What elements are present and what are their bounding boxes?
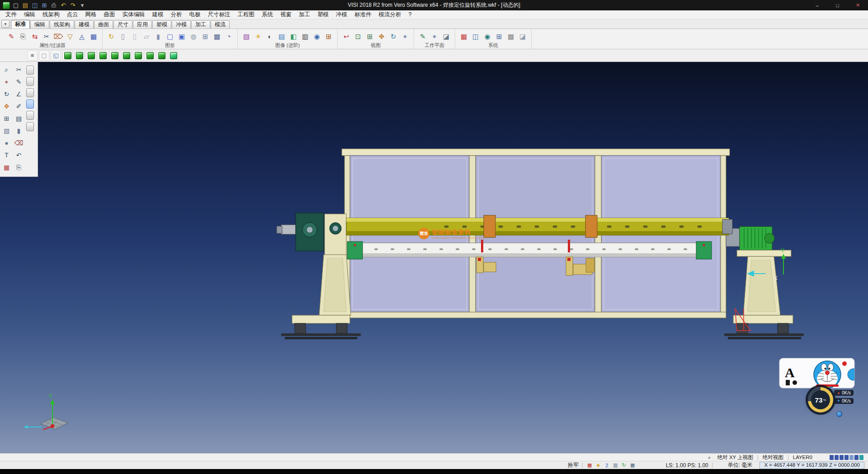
blank-view-icon[interactable]: ▢: [39, 50, 49, 61]
menu-window[interactable]: 视窗: [277, 10, 295, 19]
menu-wireframe[interactable]: 线架构: [39, 10, 63, 19]
sync-icon[interactable]: ↻: [621, 462, 627, 469]
shaded-box-icon[interactable]: ▣: [176, 31, 187, 42]
dynamic-hiding-icon[interactable]: ◔: [223, 31, 234, 42]
axonometric-view-cube[interactable]: [62, 50, 73, 61]
zoom-select-icon[interactable]: ⌕: [1, 64, 12, 75]
back-view-cube[interactable]: [133, 50, 143, 61]
progress-ring[interactable]: 73%: [808, 387, 833, 412]
network-status-dot[interactable]: [836, 411, 842, 417]
grid-toggle-icon[interactable]: ▦: [629, 462, 636, 469]
dashed-hidden-cylinder-icon[interactable]: ▱: [141, 31, 152, 42]
menu-surface[interactable]: 曲面: [100, 10, 119, 19]
notes-icon[interactable]: ▤: [13, 113, 24, 124]
tab-list-dropdown-icon[interactable]: ▾: [1, 20, 9, 28]
move-icon[interactable]: ✥: [1, 100, 12, 112]
menu-electrode[interactable]: 电极: [186, 10, 204, 19]
perspective-grid-icon[interactable]: ◪: [517, 31, 528, 42]
image-gallery-icon[interactable]: ⊞: [323, 31, 334, 42]
tab-die[interactable]: 冲模: [172, 20, 191, 28]
iso-right-view-cube[interactable]: [156, 50, 167, 61]
undo-icon[interactable]: ↶: [59, 1, 68, 9]
menu-solid-edit[interactable]: 实体编辑: [119, 10, 149, 19]
display-toggle-6[interactable]: [26, 122, 34, 131]
tab-mold[interactable]: 塑模: [152, 20, 171, 28]
rotate-view-icon[interactable]: ↻: [388, 31, 399, 42]
menu-die[interactable]: 冲模: [332, 10, 351, 19]
taskbar-strip[interactable]: [0, 469, 868, 474]
tab-edit[interactable]: 编辑: [30, 20, 49, 28]
redo-icon[interactable]: ↷: [68, 1, 77, 9]
open-file-icon[interactable]: ▤: [21, 1, 30, 9]
text-icon[interactable]: T: [1, 149, 12, 161]
zoom-window-icon[interactable]: ⊞: [364, 31, 375, 42]
hidden-line-cylinder-icon[interactable]: ▯: [129, 31, 140, 42]
zoom-previous-icon[interactable]: ↩: [341, 31, 352, 42]
menu-analysis[interactable]: 分析: [167, 10, 186, 19]
background-icon[interactable]: ▤: [276, 31, 287, 42]
globe-settings-icon[interactable]: ◉: [482, 31, 493, 42]
cylinder-solid-icon[interactable]: ▮: [13, 125, 24, 136]
menu-edit[interactable]: 编辑: [20, 10, 39, 19]
right-positioner-stand[interactable]: [724, 227, 804, 339]
layer-label[interactable]: LAYER0: [793, 455, 812, 460]
help-2-icon[interactable]: 2: [604, 462, 610, 469]
swap-attributes-icon[interactable]: ⇆: [29, 31, 40, 42]
tab-dimension[interactable]: 尺寸: [113, 20, 132, 28]
menu-flow-analysis[interactable]: 模流分析: [375, 10, 405, 19]
menu-modeling[interactable]: 建模: [149, 10, 167, 19]
wcs-icon[interactable]: ⌖: [1, 76, 12, 87]
render-settings-icon[interactable]: ▩: [212, 31, 222, 42]
osnap-icon[interactable]: ◈: [595, 462, 602, 469]
tab-modeling[interactable]: 建模: [75, 20, 94, 28]
flat-shaded-icon[interactable]: ▮: [153, 31, 164, 42]
save-file-icon[interactable]: ◫: [30, 1, 39, 9]
display-settings-icon[interactable]: ◫: [470, 31, 481, 42]
menu-file[interactable]: 文件: [2, 10, 20, 19]
tab-wireframe[interactable]: 线架构: [50, 20, 74, 28]
layers-stack-icon[interactable]: ⊞: [1, 113, 12, 124]
lights-icon[interactable]: ☀: [253, 31, 264, 42]
filter-icon[interactable]: ▽: [65, 31, 75, 42]
redraw-icon[interactable]: ↻: [106, 31, 117, 42]
undo-edit-icon[interactable]: ↶: [13, 149, 24, 161]
selection-mask-icon[interactable]: ▦: [88, 31, 99, 42]
snap-label[interactable]: 拴牢: [568, 461, 579, 469]
main-rotary-beam[interactable]: [346, 215, 732, 237]
display-toggle-3[interactable]: [26, 88, 34, 97]
menu-machining[interactable]: 加工: [295, 10, 314, 19]
display-toggle-2[interactable]: [26, 77, 34, 86]
menu-standard-parts[interactable]: 标准件: [351, 10, 375, 19]
view-search-icon[interactable]: ⌕: [706, 454, 713, 461]
clipboard-icon[interactable]: ⎘: [13, 161, 24, 173]
trim-icon[interactable]: ✂: [13, 64, 24, 75]
erase-icon[interactable]: ⌫: [13, 137, 24, 148]
rotate-entities-icon[interactable]: ↻: [1, 88, 12, 100]
front-view-cube[interactable]: [121, 50, 132, 61]
new-file-icon[interactable]: ▢: [11, 1, 20, 9]
save-all-icon[interactable]: ⊞: [40, 1, 49, 9]
close-button[interactable]: ✕: [848, 0, 868, 10]
shaded-view-cube[interactable]: [168, 50, 179, 61]
wireframe-cylinder-icon[interactable]: ▯: [118, 31, 128, 42]
display-toggle-1[interactable]: [26, 66, 34, 75]
maximize-button[interactable]: □: [827, 0, 848, 10]
zoom-all-icon[interactable]: ⊡: [353, 31, 363, 42]
left-view-cube[interactable]: [98, 50, 108, 61]
quick-access-dropdown-icon[interactable]: ▾: [78, 1, 87, 9]
data-table-icon[interactable]: ⊞: [494, 31, 505, 42]
tab-flow[interactable]: 模流: [211, 20, 230, 28]
view-orientation-label[interactable]: 绝对 XY 上视图: [717, 454, 753, 461]
display-toggle-4[interactable]: [26, 100, 34, 109]
view-toolbar-menu-icon[interactable]: ≡: [27, 50, 38, 61]
pan-view-icon[interactable]: ✥: [376, 31, 387, 42]
erase-attributes-icon[interactable]: ⌦: [53, 31, 64, 42]
viewport-3d[interactable]: Y X Y ⌕✂⌖✎↻∠✥✐⊞▤▧▮●⌫T↶▦⎘: [0, 62, 868, 453]
iso-left-view-cube[interactable]: [145, 50, 155, 61]
stats-icon[interactable]: ▥: [612, 462, 619, 469]
menu-mold[interactable]: 塑模: [314, 10, 332, 19]
menu-system[interactable]: 系统: [258, 10, 277, 19]
grid-snap-icon[interactable]: ▩: [505, 31, 516, 42]
menu-dimensioning[interactable]: 尺寸标注: [204, 10, 234, 19]
tab-standard[interactable]: 标准: [11, 20, 30, 28]
